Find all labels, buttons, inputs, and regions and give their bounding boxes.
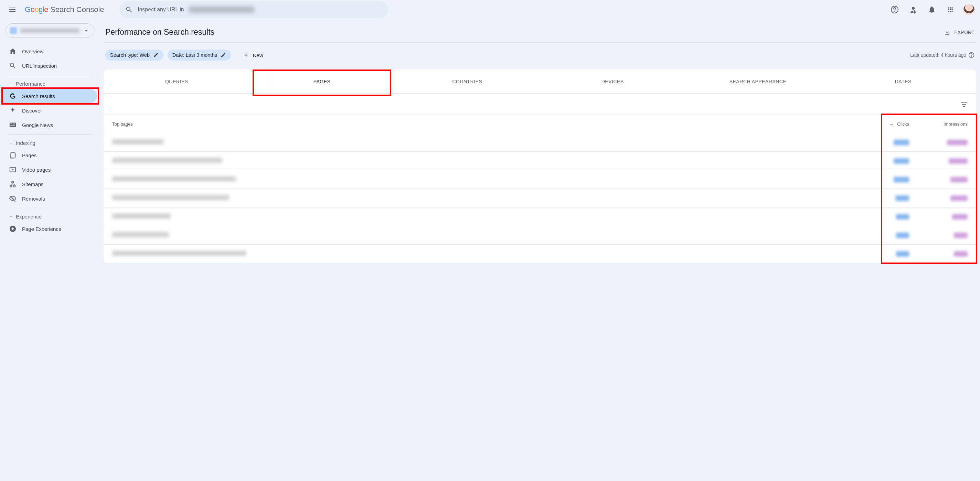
video-icon: [9, 166, 16, 174]
tab-label: DEVICES: [601, 79, 624, 84]
sidebar-item-label: Pages: [22, 153, 37, 158]
table-row[interactable]: [104, 226, 976, 245]
chevron-down-icon: [9, 82, 13, 86]
hamburger-menu-button[interactable]: [5, 3, 19, 16]
redacted-clicks: [894, 140, 909, 145]
sidebar: Overview URL inspection Performance Sear…: [0, 19, 100, 481]
redacted-impressions: [950, 177, 967, 182]
sidebar-item-label: Google News: [22, 122, 53, 128]
compass-icon: [9, 225, 16, 233]
redacted-impressions: [947, 140, 967, 145]
sidebar-item-pages[interactable]: Pages: [3, 148, 97, 162]
tab-label: QUERIES: [165, 79, 188, 84]
sitemap-icon: [9, 180, 16, 188]
redacted-clicks: [895, 196, 909, 201]
sidebar-item-video-pages[interactable]: Video pages: [3, 162, 97, 177]
section-label: Indexing: [16, 140, 35, 146]
google-g-icon: [9, 92, 16, 100]
sidebar-item-google-news[interactable]: Google News: [3, 118, 97, 132]
sidebar-item-label: URL inspection: [22, 63, 57, 69]
sidebar-item-removals[interactable]: Removals: [3, 191, 97, 206]
home-icon: [9, 48, 16, 55]
chevron-down-icon: [83, 27, 90, 34]
chip-label: Date: Last 3 months: [172, 52, 217, 58]
tab-countries[interactable]: COUNTRIES: [395, 70, 540, 93]
pages-icon: [9, 151, 16, 159]
table-row[interactable]: [104, 207, 976, 226]
sidebar-item-url-inspection[interactable]: URL inspection: [3, 59, 97, 73]
discover-icon: [9, 107, 16, 114]
sidebar-item-label: Overview: [22, 48, 44, 54]
column-header-clicks[interactable]: Clicks: [861, 121, 909, 127]
sidebar-item-page-experience[interactable]: Page Experience: [3, 221, 97, 236]
table-row[interactable]: [104, 133, 976, 152]
help-icon[interactable]: [887, 2, 902, 17]
section-label: Performance: [16, 81, 45, 87]
filter-chip-date[interactable]: Date: Last 3 months: [167, 49, 231, 61]
tab-queries[interactable]: QUERIES: [104, 70, 249, 93]
visibility-off-icon: [9, 195, 16, 202]
pencil-icon: [153, 52, 159, 58]
sidebar-item-overview[interactable]: Overview: [3, 44, 97, 59]
last-updated: Last updated: 4 hours ago: [910, 52, 975, 58]
new-label: New: [253, 52, 263, 58]
search-icon: [125, 6, 133, 13]
sidebar-item-sitemaps[interactable]: Sitemaps: [3, 177, 97, 191]
redacted-page-url: [112, 158, 222, 163]
apps-icon[interactable]: [943, 2, 958, 17]
help-icon[interactable]: [968, 52, 975, 58]
column-header-pages[interactable]: Top pages: [112, 121, 861, 127]
page-title: Performance on Search results: [105, 27, 215, 37]
redacted-page-url: [112, 176, 236, 182]
user-settings-icon[interactable]: [906, 2, 921, 17]
sidebar-item-search-results[interactable]: Search results: [3, 89, 97, 103]
tab-label: PAGES: [313, 79, 331, 84]
export-label: EXPORT: [954, 30, 975, 35]
redacted-clicks: [894, 158, 909, 164]
redacted-page-url: [112, 139, 164, 145]
sidebar-section-performance[interactable]: Performance: [3, 77, 97, 89]
tab-dates[interactable]: DATES: [830, 70, 976, 93]
main-content: Performance on Search results EXPORT Sea…: [100, 19, 980, 481]
redacted-clicks: [894, 177, 909, 182]
redacted-clicks: [896, 214, 909, 220]
sidebar-section-indexing[interactable]: Indexing: [3, 137, 97, 148]
sidebar-item-label: Sitemaps: [22, 181, 44, 187]
table-row[interactable]: [104, 170, 976, 189]
sidebar-section-experience[interactable]: Experience: [3, 210, 97, 221]
tab-pages[interactable]: PAGES: [249, 70, 395, 93]
property-selector[interactable]: [5, 23, 94, 38]
redacted-impressions: [950, 196, 967, 201]
sidebar-item-label: Removals: [22, 196, 45, 202]
filter-chip-search-type[interactable]: Search type: Web: [105, 49, 164, 61]
table-filter-icon[interactable]: [960, 100, 968, 108]
tab-devices[interactable]: DEVICES: [540, 70, 685, 93]
tab-search-appearance[interactable]: SEARCH APPEARANCE: [685, 70, 830, 93]
url-inspect-search[interactable]: Inspect any URL in: [120, 2, 388, 18]
data-card: QUERIES PAGES COUNTRIES DEVICES SEARCH A…: [104, 70, 976, 263]
table-row[interactable]: [104, 152, 976, 170]
redacted-page-url: [112, 250, 247, 256]
sidebar-item-discover[interactable]: Discover: [3, 103, 97, 118]
google-logo: Google: [25, 5, 48, 14]
sort-down-icon: [889, 121, 894, 127]
table-row[interactable]: [104, 245, 976, 263]
sidebar-item-label: Discover: [22, 108, 42, 113]
table-row[interactable]: [104, 189, 976, 207]
add-filter-button[interactable]: New: [238, 49, 268, 61]
col-label: Clicks: [897, 121, 909, 127]
updated-text: Last updated: 4 hours ago: [910, 52, 966, 58]
redacted-property: [189, 6, 254, 13]
avatar[interactable]: [964, 4, 975, 15]
dimension-tabs: QUERIES PAGES COUNTRIES DEVICES SEARCH A…: [104, 70, 976, 94]
export-button[interactable]: EXPORT: [944, 29, 975, 36]
column-header-impressions[interactable]: Impressions: [909, 121, 967, 127]
redacted-impressions: [949, 158, 967, 164]
sidebar-item-label: Video pages: [22, 167, 51, 173]
table-header-row: Top pages Clicks Impressions: [104, 115, 976, 133]
search-placeholder-prefix: Inspect any URL in: [138, 6, 184, 13]
notifications-icon[interactable]: [924, 2, 939, 17]
sidebar-item-label: Search results: [22, 93, 55, 99]
chip-label: Search type: Web: [110, 52, 150, 58]
section-label: Experience: [16, 213, 41, 220]
